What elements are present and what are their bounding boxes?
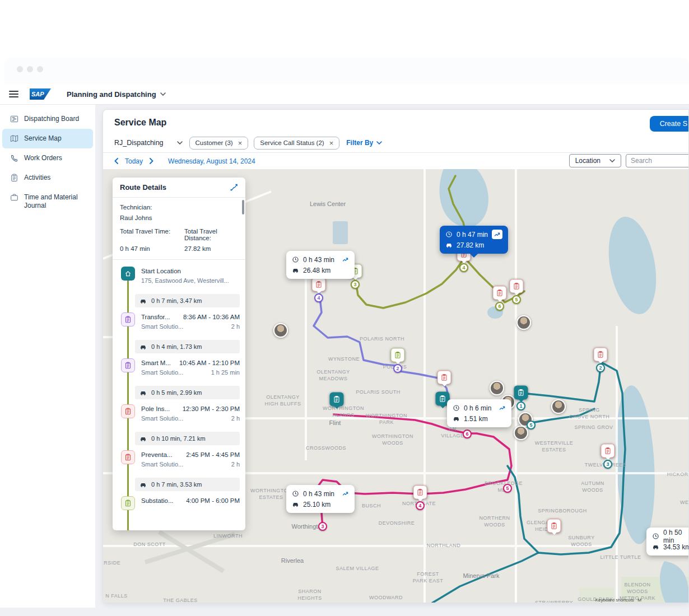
current-date[interactable]: Wednesday, August 14, 2024 — [168, 157, 255, 165]
stop-number-badge[interactable]: 3 — [351, 280, 360, 289]
map-label: HICKORY — [667, 471, 688, 478]
stop-number-badge[interactable]: 4 — [459, 263, 468, 272]
map-label: CROSSWOODS — [306, 445, 346, 451]
sidebar-item-time-and-material-journal[interactable]: Time and Material Journal — [2, 188, 93, 216]
technician-avatar[interactable] — [273, 323, 288, 338]
timeline-stop-row[interactable]: Preventa...2:45 PM - 4:45 PMSmart Soluti… — [113, 448, 245, 475]
trend-icon[interactable] — [492, 230, 502, 239]
route-tooltip[interactable]: 0 h 43 min 26.48 km — [286, 251, 355, 279]
depot-marker[interactable] — [514, 386, 528, 400]
total-distance-value: 27.82 km — [184, 245, 238, 252]
stop-number-badge[interactable]: 1 — [516, 402, 525, 410]
timeline-start-row[interactable]: Start Location 175, Eastwood Ave, Wester… — [113, 264, 245, 291]
work-order-marker[interactable] — [594, 348, 608, 362]
work-order-marker[interactable] — [437, 371, 451, 385]
travel-distance: 27.82 km — [457, 241, 484, 249]
create-button[interactable]: Create S — [650, 116, 689, 132]
car-icon — [445, 241, 453, 249]
sidebar-item-dispatching-board[interactable]: Dispatching Board — [2, 109, 93, 129]
timeline-drive-segment: 0 h 4 min, 1.73 km — [135, 340, 240, 353]
stop-number-badge[interactable]: 4 — [416, 501, 425, 510]
trend-icon[interactable] — [495, 404, 506, 412]
timeline-stop-row[interactable]: Pole Ins...12:30 PM - 2:30 PMSmart Solut… — [113, 402, 245, 429]
briefcase-icon — [10, 193, 18, 202]
work-order-marker[interactable] — [547, 519, 561, 533]
clipboard-icon — [394, 352, 402, 359]
route-icon[interactable] — [230, 183, 238, 192]
map-label: WES — [680, 499, 688, 506]
work-order-marker[interactable] — [510, 279, 524, 293]
sidebar-item-activities[interactable]: Activities — [2, 168, 93, 188]
sidebar-item-work-orders[interactable]: Work Orders — [2, 148, 93, 168]
window-control-dot[interactable] — [27, 66, 33, 72]
stop-number-badge[interactable]: 2 — [393, 364, 402, 373]
travel-distance: 34.53 km — [663, 543, 688, 551]
today-button[interactable]: Today — [125, 157, 143, 165]
stop-number-badge[interactable]: 4 — [314, 293, 323, 302]
map-label: WESTERVILLE ESTATES — [535, 440, 573, 453]
home-icon — [121, 267, 135, 281]
trend-icon[interactable] — [338, 490, 349, 497]
chevron-down-icon — [177, 141, 183, 144]
technician-avatar[interactable] — [551, 399, 566, 414]
technician-avatar[interactable] — [516, 315, 531, 330]
stop-number-badge[interactable]: 5 — [527, 421, 536, 430]
sidebar-item-service-map[interactable]: Service Map — [2, 129, 93, 148]
stop-subtitle: Smart Solutio... — [141, 461, 183, 468]
trend-icon[interactable] — [338, 256, 349, 263]
car-icon — [453, 415, 460, 422]
window-control-dot[interactable] — [37, 66, 43, 72]
technician-avatar[interactable] — [514, 426, 528, 440]
stop-number-badge[interactable]: 5 — [503, 484, 512, 493]
timeline-stop-row[interactable]: Transfor...8:36 AM - 10:36 AMSmart Solut… — [113, 310, 245, 337]
work-order-marker[interactable] — [391, 348, 405, 362]
drive-text: 0 h 5 min, 2.99 km — [151, 389, 202, 396]
stop-number-badge[interactable]: 2 — [596, 363, 605, 372]
clock-icon — [453, 404, 460, 412]
work-order-marker[interactable] — [413, 486, 427, 500]
travel-time: 0 h 43 min — [303, 490, 334, 498]
clipboard-icon — [417, 489, 424, 496]
sidebar-item-label: Work Orders — [24, 154, 62, 162]
route-tooltip[interactable]: 0 h 6 min 1.51 km — [447, 399, 511, 427]
chip-close-icon[interactable]: × — [329, 139, 334, 147]
dispatch-group-select[interactable]: RJ_Dispatching — [114, 139, 183, 147]
chevron-down-icon — [160, 92, 166, 96]
previous-day-button[interactable] — [114, 158, 118, 164]
app-title-dropdown[interactable]: Planning and Dispatching — [67, 90, 166, 99]
work-order-marker[interactable] — [601, 444, 615, 458]
panel-scrollbar[interactable] — [242, 200, 244, 214]
map-canvas[interactable]: Lewis CenterPOLARIS NORTHWYNSTONEPOLARIS… — [103, 169, 688, 603]
filter-by-button[interactable]: Filter By — [346, 139, 382, 147]
search-input[interactable] — [626, 154, 689, 167]
route-tooltip[interactable]: 0 h 50 min 34.53 km — [646, 528, 688, 556]
work-order-marker[interactable] — [493, 286, 507, 300]
location-select[interactable]: Location — [569, 154, 621, 167]
route-tooltip-selected[interactable]: 0 h 47 min 27.82 km — [440, 226, 508, 254]
timeline-stop-row[interactable]: Smart M...10:45 AM - 12:10 PMSmart Solut… — [113, 356, 245, 383]
next-day-button[interactable] — [150, 158, 153, 164]
filter-chip-customer-3[interactable]: Customer (3)× — [189, 137, 249, 150]
map-label: THE GABLES — [163, 597, 198, 603]
map-label: AUTUMN WOODS — [581, 480, 604, 493]
stop-time: 12:30 PM - 2:30 PM — [183, 405, 240, 412]
work-order-marker[interactable] — [312, 278, 326, 292]
stop-number-badge[interactable]: 3 — [318, 522, 327, 531]
menu-icon[interactable] — [9, 91, 18, 97]
stop-title: Substatio... — [141, 497, 174, 504]
stop-number-badge[interactable]: 6 — [463, 430, 472, 438]
filter-chip-service-call-status-2[interactable]: Service Call Status (2)× — [254, 137, 339, 150]
stop-number-badge[interactable]: 3 — [603, 460, 612, 469]
window-control-dot[interactable] — [17, 66, 23, 72]
clipboard-icon — [513, 283, 520, 290]
stop-number-badge[interactable]: 6 — [495, 302, 504, 311]
timeline-stop-row[interactable]: Substatio...4:00 PM - 6:00 PM — [113, 494, 245, 521]
stop-number-badge[interactable]: 5 — [512, 295, 521, 304]
technician-avatar[interactable] — [490, 381, 504, 395]
map-label: WORTHINGTON HLANDS — [323, 405, 364, 418]
depot-marker[interactable] — [330, 393, 344, 407]
map-label: WORTHINGTON PARK — [366, 412, 407, 426]
chip-close-icon[interactable]: × — [238, 139, 243, 147]
route-tooltip[interactable]: 0 h 43 min 25.10 km — [286, 485, 355, 513]
travel-time: 0 h 6 min — [464, 404, 491, 412]
